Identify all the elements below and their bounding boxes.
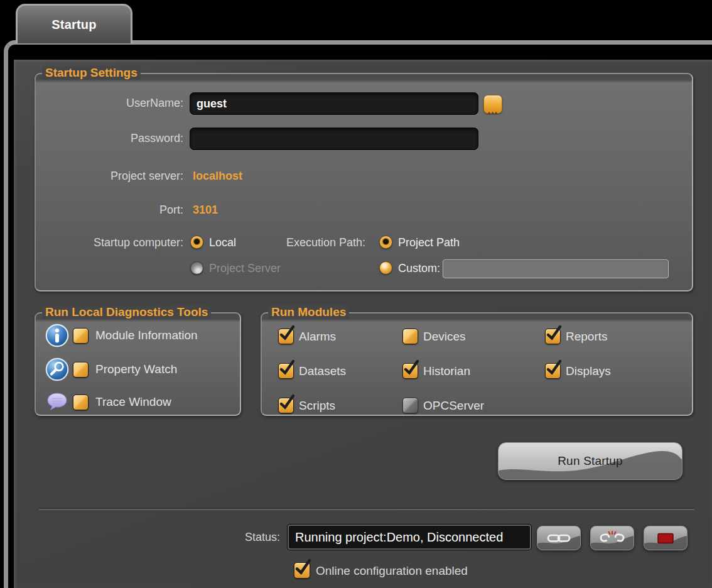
project-server-label: Project server: xyxy=(36,170,183,183)
diagnostic-item: Module Information xyxy=(36,324,237,349)
opcserver-checkbox xyxy=(402,398,418,413)
execution-path-label: Execution Path: xyxy=(249,236,365,249)
check-icon xyxy=(279,395,293,410)
reports-label: Reports xyxy=(566,330,608,344)
browse-user-button[interactable]: ... xyxy=(483,95,502,114)
reports-checkbox[interactable] xyxy=(545,329,561,344)
startup-settings-group: Startup Settings UserName: ... Password:… xyxy=(35,73,693,291)
username-input[interactable] xyxy=(190,92,478,115)
radio-local[interactable] xyxy=(190,236,203,249)
run-modules-legend: Run Modules xyxy=(268,305,349,319)
trace-window-label: Trace Window xyxy=(95,395,171,409)
scripts-checkbox[interactable] xyxy=(278,398,294,413)
datasets-label: Datasets xyxy=(299,364,346,378)
trace-window-checkbox[interactable] xyxy=(73,395,89,410)
tab-startup[interactable]: Startup xyxy=(16,4,132,43)
property-watch-checkbox[interactable] xyxy=(73,362,89,378)
ellipsis-icon: ... xyxy=(488,107,498,113)
startup-computer-label: Startup computer: xyxy=(36,236,183,249)
devices-checkbox[interactable] xyxy=(402,329,418,344)
displays-checkbox[interactable] xyxy=(545,363,561,379)
displays-label: Displays xyxy=(566,364,611,378)
radio-project-path[interactable] xyxy=(379,236,392,249)
stop-button[interactable] xyxy=(644,526,688,550)
property-watch-label: Property Watch xyxy=(95,362,177,376)
online-config-checkbox[interactable] xyxy=(294,562,310,579)
diagnostic-item: Property Watch xyxy=(36,357,237,383)
startup-dialog: Startup Startup Settings UserName: ... P… xyxy=(0,0,712,588)
connect-button[interactable] xyxy=(537,526,581,550)
startup-settings-legend: Startup Settings xyxy=(42,66,141,80)
stop-icon xyxy=(657,533,674,544)
radio-local-label: Local xyxy=(209,236,236,249)
run-modules-group: Run Modules Alarms Devices Reports Datas… xyxy=(261,312,693,416)
run-startup-button[interactable]: Run Startup xyxy=(498,442,682,480)
custom-path-input[interactable] xyxy=(443,259,669,278)
datasets-checkbox[interactable] xyxy=(278,363,294,379)
run-startup-label: Run Startup xyxy=(558,454,623,468)
online-config-label: Online configuration enabled xyxy=(316,564,468,578)
diagnostic-item: Trace Window xyxy=(36,390,237,415)
diagnostics-group: Run Local Diagnostics Tools Module Infor… xyxy=(35,312,241,416)
info-icon xyxy=(45,324,69,347)
check-icon xyxy=(546,326,560,340)
devices-label: Devices xyxy=(423,330,466,344)
radio-project-server-label: Project Server xyxy=(209,262,281,275)
historian-checkbox[interactable] xyxy=(402,363,418,379)
radio-custom[interactable] xyxy=(379,261,392,275)
radio-project-server xyxy=(190,261,203,275)
port-value: 3101 xyxy=(193,204,218,217)
radio-custom-label: Custom: xyxy=(398,262,440,275)
tab-label: Startup xyxy=(51,18,96,32)
broken-link-icon xyxy=(599,531,625,546)
module-information-checkbox[interactable] xyxy=(73,328,89,344)
password-label: Password: xyxy=(36,132,183,145)
password-input[interactable] xyxy=(190,128,478,150)
check-icon xyxy=(403,361,418,375)
status-input[interactable] xyxy=(288,525,531,550)
project-server-value: localhost xyxy=(193,170,242,183)
historian-label: Historian xyxy=(423,364,470,378)
alarms-checkbox[interactable] xyxy=(278,329,294,344)
radio-project-path-label: Project Path xyxy=(398,236,460,249)
status-label: Status: xyxy=(201,531,280,544)
check-icon xyxy=(279,361,293,375)
check-icon xyxy=(294,560,310,575)
check-icon xyxy=(546,361,560,375)
speech-bubble-icon xyxy=(45,390,69,414)
disconnect-button[interactable] xyxy=(590,526,634,550)
port-label: Port: xyxy=(36,204,183,217)
username-label: UserName: xyxy=(36,97,183,110)
status-divider xyxy=(39,508,694,510)
link-icon xyxy=(547,533,571,543)
opcserver-label: OPCServer xyxy=(423,399,484,413)
check-icon xyxy=(279,326,293,340)
scripts-label: Scripts xyxy=(299,399,335,413)
diagnostics-legend: Run Local Diagnostics Tools xyxy=(42,305,211,319)
module-information-label: Module Information xyxy=(95,329,198,342)
alarms-label: Alarms xyxy=(299,330,336,344)
magnifier-icon xyxy=(45,357,69,381)
